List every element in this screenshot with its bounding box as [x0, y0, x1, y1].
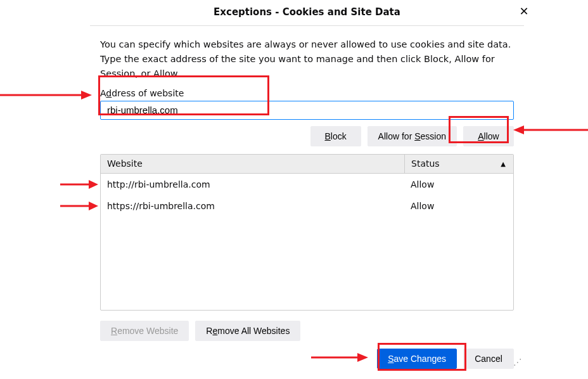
dialog-title: Exceptions - Cookies and Site Data — [90, 6, 524, 18]
header-status[interactable]: Status ▲ — [404, 155, 513, 173]
allow-button[interactable]: Allow — [463, 126, 514, 146]
block-button[interactable]: Block — [310, 126, 361, 146]
label-part: emove Website — [117, 326, 178, 336]
label-part: ession — [421, 131, 446, 141]
address-label: Address of website — [100, 88, 514, 98]
allow-for-session-button[interactable]: Allow for Session — [368, 126, 457, 146]
annotation-arrow — [513, 124, 588, 136]
cancel-button[interactable]: Cancel — [463, 349, 514, 369]
annotation-arrow — [0, 89, 92, 101]
cell-status: Allow — [404, 179, 513, 190]
table-body: http://rbi-umbrella.com Allow https://rb… — [101, 174, 513, 217]
label-part: lock — [331, 131, 347, 141]
resize-grip-icon: ⋰ — [513, 357, 522, 367]
label-part: ave Changes — [393, 354, 446, 364]
save-changes-button[interactable]: Save Changes — [377, 349, 457, 369]
mnemonic: S — [414, 131, 420, 141]
table-row[interactable]: https://rbi-umbrella.com Allow — [101, 195, 513, 217]
label-part: dress of website — [112, 88, 184, 98]
close-icon: ✕ — [519, 4, 528, 18]
label-mnemonic: d — [106, 88, 112, 98]
mnemonic: A — [478, 131, 483, 141]
label-part: move All Websites — [217, 326, 290, 336]
table-header: Website Status ▲ — [101, 155, 513, 174]
label-part: R — [206, 326, 212, 336]
label-part: llow — [484, 131, 499, 141]
header-status-label: Status — [411, 158, 440, 169]
header-website[interactable]: Website — [101, 158, 404, 169]
dialog-header: Exceptions - Cookies and Site Data ✕ — [90, 0, 524, 26]
table-row[interactable]: http://rbi-umbrella.com Allow — [101, 174, 513, 195]
remove-all-websites-button[interactable]: Remove All Websites — [195, 321, 300, 341]
sort-ascending-icon: ▲ — [501, 160, 506, 167]
dialog-buttons-row: Save Changes Cancel — [100, 349, 514, 369]
label-part: Allow for — [378, 131, 415, 141]
cell-website: https://rbi-umbrella.com — [101, 201, 404, 211]
mnemonic: B — [324, 131, 330, 141]
cell-website: http://rbi-umbrella.com — [101, 179, 404, 190]
remove-website-button: Remove Website — [100, 321, 189, 341]
close-button[interactable]: ✕ — [518, 5, 530, 18]
dialog-description: You can specify which websites are alway… — [100, 37, 514, 82]
cell-status: Allow — [404, 201, 513, 211]
exceptions-dialog: Exceptions - Cookies and Site Data ✕ You… — [90, 0, 524, 369]
address-input[interactable] — [100, 101, 514, 120]
exceptions-table: Website Status ▲ http://rbi-umbrella.com… — [100, 154, 514, 311]
remove-buttons-row: Remove Website Remove All Websites — [100, 321, 514, 341]
mnemonic: R — [111, 326, 117, 336]
action-button-row: Block Allow for Session Allow — [100, 126, 514, 146]
label-part: A — [100, 88, 106, 98]
